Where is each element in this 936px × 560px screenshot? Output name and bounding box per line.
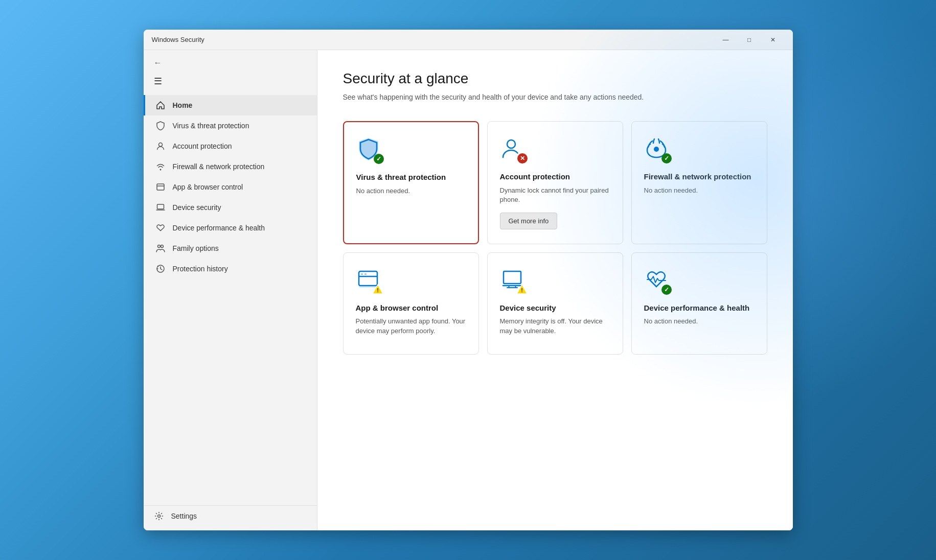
home-icon [155,100,166,110]
firewall-status-badge: ✓ [661,153,672,164]
firewall-card-icon-area: ✓ [644,136,671,162]
sidebar-item-device-security[interactable]: Device security [144,197,317,218]
sidebar-item-history-label: Protection history [173,265,228,273]
main-content: ← ☰ Home Vir [144,50,793,530]
app-browser-card-icon-area: ! [356,267,382,294]
back-icon: ← [154,58,162,67]
wifi-icon [155,161,166,172]
device-health-card-desc: No action needed. [644,317,755,326]
minimize-button[interactable]: — [714,32,738,48]
sidebar-item-settings[interactable]: Settings [144,505,317,526]
sidebar-item-account[interactable]: Account protection [144,136,317,156]
settings-icon [154,511,164,521]
settings-label: Settings [171,512,197,520]
family-icon [155,243,166,253]
app-browser-card-desc: Potentially unwanted app found. Your dev… [356,317,466,335]
sidebar-item-home[interactable]: Home [144,95,317,115]
sidebar-item-family-label: Family options [173,244,219,252]
person-icon [155,141,166,151]
sidebar-item-virus[interactable]: Virus & threat protection [144,115,317,136]
virus-card-title: Virus & threat protection [356,172,466,182]
sidebar-item-app-browser-label: App & browser control [173,183,243,191]
virus-threat-card[interactable]: ✓ Virus & threat protection No action ne… [343,121,479,244]
window-controls: — □ ✕ [714,32,785,48]
device-health-card-title: Device performance & health [644,303,755,313]
device-security-card[interactable]: ! Device security Memory integrity is of… [487,252,623,355]
svg-text:!: ! [377,287,379,293]
account-status-badge: ✕ [517,153,528,164]
account-card-icon-area: ✕ [500,136,527,162]
svg-point-7 [507,140,515,148]
svg-rect-11 [364,273,367,275]
svg-point-6 [157,515,160,518]
sidebar-item-firewall[interactable]: Firewall & network protection [144,156,317,177]
virus-card-desc: No action needed. [356,186,466,196]
sidebar-item-device-performance[interactable]: Device performance & health [144,218,317,238]
device-health-card-icon-area: ✓ [644,267,671,294]
sidebar: ← ☰ Home Vir [144,50,317,530]
virus-card-icon-area: ✓ [356,136,383,163]
device-health-status-badge: ✓ [661,285,672,295]
sidebar-item-device-security-label: Device security [173,203,221,212]
account-card-desc: Dynamic lock cannot find your paired pho… [500,186,610,204]
page-subtitle: See what's happening with the security a… [343,92,767,103]
firewall-card-desc: No action needed. [644,186,755,195]
svg-text:!: ! [521,287,523,293]
sidebar-item-app-browser[interactable]: App & browser control [144,177,317,197]
firewall-card-title: Firewall & network protection [644,172,755,182]
sidebar-item-home-label: Home [173,101,193,109]
device-health-card[interactable]: ✓ Device performance & health No action … [631,252,767,355]
svg-point-0 [158,143,162,147]
menu-button[interactable]: ☰ [144,72,317,95]
sidebar-item-device-performance-label: Device performance & health [173,224,265,232]
sidebar-item-account-label: Account protection [173,142,232,150]
laptop-icon [155,202,166,213]
app-browser-card-title: App & browser control [356,303,466,313]
back-button[interactable]: ← [144,54,317,72]
sidebar-item-history[interactable]: Protection history [144,259,317,279]
app-browser-card[interactable]: ! App & browser control Potentially unwa… [343,252,479,355]
svg-point-3 [157,245,160,248]
svg-rect-14 [504,271,521,284]
sidebar-item-firewall-label: Firewall & network protection [173,162,265,171]
device-security-warning-badge: ! [516,284,528,295]
svg-rect-10 [361,273,363,275]
sidebar-item-virus-label: Virus & threat protection [173,122,249,130]
history-icon [155,264,166,274]
maximize-button[interactable]: □ [738,32,761,48]
shield-icon [155,121,166,131]
account-protection-card[interactable]: ✕ Account protection Dynamic lock cannot… [487,121,623,244]
virus-status-badge: ✓ [374,154,384,164]
close-button[interactable]: ✕ [761,32,785,48]
heart-icon [155,223,166,233]
titlebar: Windows Security — □ ✕ [144,30,793,50]
svg-rect-1 [157,184,164,190]
device-security-card-desc: Memory integrity is off. Your device may… [500,317,610,335]
sidebar-item-family[interactable]: Family options [144,238,317,259]
window-title: Windows Security [152,36,714,43]
account-card-title: Account protection [500,172,610,182]
content-area: Security at a glance See what's happenin… [317,50,793,530]
svg-point-8 [654,147,659,152]
firewall-card[interactable]: ✓ Firewall & network protection No actio… [631,121,767,244]
menu-icon: ☰ [154,76,162,86]
browser-icon [155,182,166,192]
app-window: Windows Security — □ ✕ ← ☰ Home [144,30,793,530]
app-browser-warning-badge: ! [372,284,383,295]
page-title: Security at a glance [343,71,767,87]
get-more-info-button[interactable]: Get more info [500,213,558,229]
cards-grid: ✓ Virus & threat protection No action ne… [343,121,767,355]
device-security-card-title: Device security [500,303,610,313]
svg-point-4 [161,245,163,248]
device-security-card-icon-area: ! [500,267,527,294]
svg-rect-2 [157,204,164,209]
